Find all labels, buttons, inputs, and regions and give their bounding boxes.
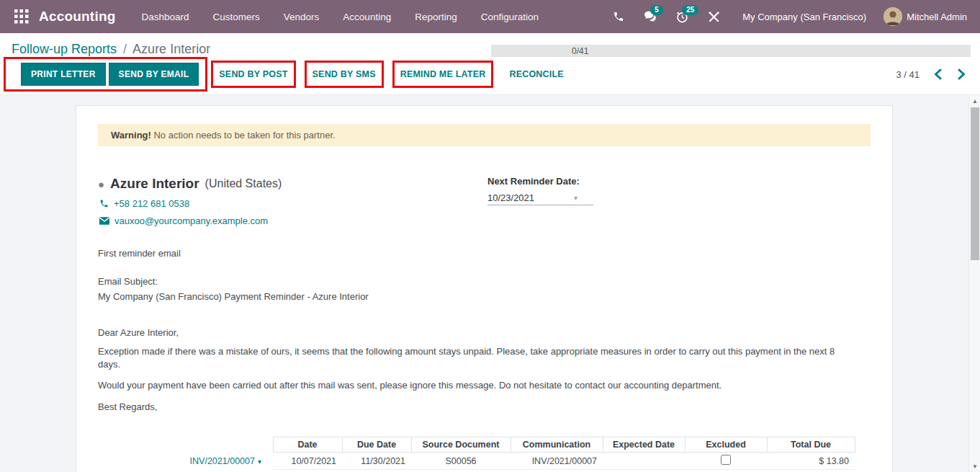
print-letter-button[interactable]: PRINT LETTER [21, 63, 106, 86]
next-reminder-block: Next Reminder Date: ▾ [487, 176, 732, 226]
highlight-box-print-email: PRINT LETTER SEND BY EMAIL [4, 57, 207, 92]
user-name: Mitchell Admin [907, 12, 967, 22]
top-navbar: Accounting Dashboard Customers Vendors A… [0, 0, 980, 33]
next-reminder-date-field[interactable]: ▾ [487, 192, 593, 205]
warning-title: Warning! [111, 130, 151, 141]
cell-expected-date[interactable] [603, 453, 685, 470]
warning-banner: Warning! No action needs to be taken for… [98, 124, 871, 146]
remind-me-later-button[interactable]: REMIND ME LATER [396, 65, 490, 84]
avatar [884, 7, 902, 26]
send-by-post-button[interactable]: SEND BY POST [215, 65, 292, 84]
menu-reporting[interactable]: Reporting [415, 12, 457, 22]
highlight-box-send-post: SEND BY POST [211, 61, 295, 88]
send-by-sms-button[interactable]: SEND BY SMS [308, 65, 380, 84]
app-title[interactable]: Accounting [39, 9, 116, 25]
breadcrumb-separator: / [120, 42, 130, 56]
progress-label: 0/41 [572, 46, 588, 56]
invoice-ref-link[interactable]: INV/2021/00007▾ [190, 456, 261, 466]
systray: 5 25 My Company (San Francisco) [611, 7, 970, 26]
partner-section: ● Azure Interior (United States) +58 212… [98, 176, 871, 226]
col-header-date: Date [273, 437, 342, 453]
col-header-communication: Communication [511, 437, 603, 453]
followup-level: First reminder email [98, 247, 871, 260]
menu-vendors[interactable]: Vendors [284, 12, 320, 22]
activities-icon[interactable]: 25 [675, 10, 689, 23]
date-dropdown-caret-icon[interactable]: ▾ [574, 194, 577, 202]
col-header-expected-date: Expected Date [603, 437, 685, 453]
cell-communication: INV/2021/00007 [511, 453, 603, 470]
followup-report-sheet: Warning! No action needs to be taken for… [76, 105, 893, 472]
highlight-box-send-sms: SEND BY SMS [305, 61, 384, 88]
cell-total-due: $ 13.80 [767, 453, 855, 470]
phone-systray-icon[interactable] [611, 10, 626, 23]
partner-phone[interactable]: +58 212 681 0538 [114, 198, 189, 209]
col-header-due-date: Due Date [342, 437, 411, 453]
pager-next-icon[interactable] [958, 68, 966, 80]
cell-date: 10/07/2021 [273, 453, 342, 470]
menu-customers[interactable]: Customers [213, 12, 260, 22]
messages-icon[interactable]: 5 [643, 10, 657, 23]
email-subject-label: Email Subject: [98, 275, 871, 288]
main-menu: Dashboard Customers Vendors Accounting R… [142, 12, 539, 22]
breadcrumb-current: Azure Interior [132, 42, 210, 56]
table-header-row: Date Due Date Source Document Communicat… [98, 437, 855, 453]
next-reminder-date-input[interactable] [487, 192, 574, 203]
user-menu[interactable]: Mitchell Admin [884, 7, 967, 26]
partner-country: (United States) [205, 177, 282, 190]
reconcile-button[interactable]: RECONCILE [505, 65, 567, 84]
email-greeting: Dear Azure Interior, [98, 326, 871, 339]
pager: 3 / 41 [896, 68, 970, 80]
company-switcher[interactable]: My Company (San Francisco) [742, 12, 866, 22]
col-header-total-due: Total Due [767, 437, 855, 453]
email-subject: My Company (San Francisco) Payment Remin… [98, 290, 871, 303]
excluded-checkbox[interactable] [721, 455, 731, 465]
envelope-icon [99, 217, 109, 225]
phone-icon [99, 199, 109, 208]
control-panel: Follow-up Reports / Azure Interior 0/41 … [0, 33, 980, 95]
menu-configuration[interactable]: Configuration [481, 12, 539, 22]
email-closing: Best Regards, [98, 401, 871, 414]
invoice-lines-table: Date Due Date Source Document Communicat… [98, 437, 855, 472]
scroll-up-icon[interactable]: ▲ [969, 98, 980, 104]
main-content: Warning! No action needs to be taken for… [0, 95, 980, 472]
partner-status-dot-icon: ● [98, 179, 104, 190]
next-reminder-label: Next Reminder Date: [487, 176, 732, 187]
actions-row: PRINT LETTER SEND BY EMAIL SEND BY POST … [0, 58, 980, 94]
pager-previous-icon[interactable] [934, 68, 942, 80]
vertical-scrollbar[interactable]: ▲ ▼ [968, 95, 980, 472]
partner-email-link[interactable]: vauxoo@yourcompany.example.com [99, 215, 282, 226]
cell-source-document: S00056 [411, 453, 511, 470]
cell-due-date: 11/30/2021 [342, 453, 411, 470]
breadcrumb-parent[interactable]: Follow-up Reports [12, 42, 117, 56]
followup-progress-bar: 0/41 [491, 45, 971, 57]
debug-tools-icon[interactable] [706, 10, 721, 23]
col-header-source-document: Source Document [411, 437, 511, 453]
email-body-paragraph-1: Exception made if there was a mistake of… [98, 345, 853, 370]
menu-accounting[interactable]: Accounting [343, 12, 391, 22]
apps-grid-icon[interactable] [14, 9, 29, 24]
messages-count-badge: 5 [650, 5, 663, 15]
warning-message: No action needs to be taken for this par… [151, 130, 336, 141]
partner-name: Azure Interior [110, 176, 199, 192]
table-row: INV/2021/00007▾ 10/07/2021 11/30/2021 S0… [98, 453, 855, 470]
partner-email[interactable]: vauxoo@yourcompany.example.com [114, 215, 268, 226]
menu-dashboard[interactable]: Dashboard [142, 12, 189, 22]
scroll-down-icon[interactable]: ▼ [969, 463, 980, 470]
col-header-excluded: Excluded [685, 437, 767, 453]
ref-caret-icon[interactable]: ▾ [258, 458, 261, 466]
partner-phone-link[interactable]: +58 212 681 0538 [99, 198, 282, 209]
activities-count-badge: 25 [682, 5, 698, 15]
highlight-box-remind-later: REMIND ME LATER [392, 61, 494, 88]
email-body-paragraph-2: Would your payment have been carried out… [98, 379, 871, 392]
partner-info: ● Azure Interior (United States) +58 212… [98, 176, 282, 226]
send-by-email-button[interactable]: SEND BY EMAIL [109, 63, 199, 86]
scrollbar-thumb[interactable] [971, 107, 979, 260]
pager-value: 3 / 41 [896, 69, 920, 80]
